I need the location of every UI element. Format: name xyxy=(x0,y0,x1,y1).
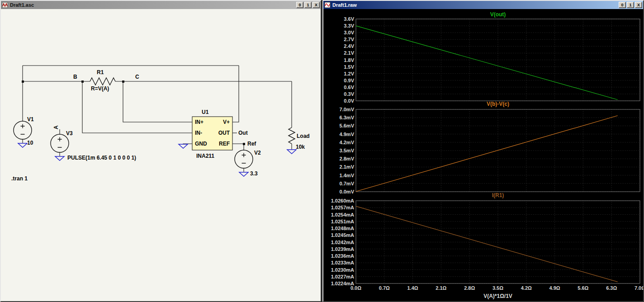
waveform-plot[interactable]: 0.0V0.3V0.6V0.9V1.2V1.5V1.8V2.1V2.4V2.7V… xyxy=(323,9,643,301)
y-tick-label: 0.3V xyxy=(344,91,354,97)
schematic-titlebar[interactable]: Draft1.asc 0 1 X xyxy=(1,1,321,9)
y-tick-label: 1.0251mA xyxy=(331,219,354,224)
y-tick-label: 1.0230mA xyxy=(331,267,354,273)
y-tick-label: 2.4V xyxy=(344,43,354,49)
y-tick-label: 5.6mV xyxy=(340,123,355,128)
maximize-button[interactable]: 1 xyxy=(627,2,634,8)
pin-label-ref: REF xyxy=(219,141,230,147)
y-tick-label: 3.0V xyxy=(344,30,354,35)
x-tick-label: 0.7Ω xyxy=(379,285,390,291)
waveform-doc-icon xyxy=(324,2,331,8)
y-tick-label: 1.0260mA xyxy=(331,198,354,203)
plot-pane[interactable]: 0.0V0.3V0.6V0.9V1.2V1.5V1.8V2.1V2.4V2.7V… xyxy=(344,11,640,104)
x-tick-label: 7.0Ω xyxy=(635,285,643,291)
ground-symbol-v3[interactable] xyxy=(55,156,64,160)
y-tick-label: 1.0248mA xyxy=(331,226,354,231)
y-tick-label: 1.2V xyxy=(344,71,354,76)
x-tick-label: 5.6Ω xyxy=(578,285,588,291)
pin-label-inn: IN- xyxy=(195,130,202,136)
y-tick-label: 6.3mV xyxy=(340,115,355,120)
y-tick-label: 1.0242mA xyxy=(331,240,354,245)
waveform-window-title: Draft1.raw xyxy=(332,2,617,8)
y-tick-label: 2.7V xyxy=(344,37,354,42)
y-tick-label: 7.0mV xyxy=(340,107,355,112)
trace-line xyxy=(356,206,618,282)
x-tick-label: 3.5Ω xyxy=(492,285,503,291)
schematic-doc-icon xyxy=(2,2,8,8)
pin-label-inp: IN+ xyxy=(195,119,204,125)
resistor-r1[interactable]: R1 R=V(A) xyxy=(90,69,115,92)
x-tick-label: 4.2Ω xyxy=(521,285,532,291)
minimize-button[interactable]: 0 xyxy=(296,2,303,8)
y-tick-label: 1.0245mA xyxy=(331,232,354,238)
waveform-window: Draft1.raw 0 1 X 0.0V0.3V0.6V0.9V1.2V1.5… xyxy=(322,0,644,302)
waveform-canvas[interactable]: 0.0V0.3V0.6V0.9V1.2V1.5V1.8V2.1V2.4V2.7V… xyxy=(323,9,643,301)
x-tick-label: 4.9Ω xyxy=(549,285,560,291)
plot-pane[interactable]: 1.0224mA1.0227mA1.0230mA1.0233mA1.0236mA… xyxy=(331,192,640,286)
y-tick-label: 2.1mV xyxy=(340,164,355,170)
load-name-label: Load xyxy=(297,133,310,139)
y-tick-label: 3.5mV xyxy=(340,148,355,153)
waveform-titlebar[interactable]: Draft1.raw 0 1 X xyxy=(323,1,643,9)
net-label-out: Out xyxy=(238,130,248,136)
close-button[interactable]: X xyxy=(635,2,642,8)
y-tick-label: 0.0V xyxy=(344,98,354,104)
v2-name-label: V2 xyxy=(254,150,261,156)
u1-name-label: U1 xyxy=(202,109,209,115)
plot-pane[interactable]: 0.0mV0.7mV1.4mV2.1mV2.8mV3.5mV4.2mV4.9mV… xyxy=(340,101,640,194)
pin-label-gnd: GND xyxy=(195,141,207,147)
schematic-canvas[interactable]: R1 R=V(A) B C V1 10 xyxy=(1,9,321,301)
x-tick-label: 2.8Ω xyxy=(464,285,475,291)
r1-name-label: R1 xyxy=(97,69,104,76)
trace-line xyxy=(356,26,618,99)
close-button[interactable]: X xyxy=(313,2,320,8)
y-tick-label: 1.5V xyxy=(344,64,354,70)
y-tick-label: 0.9V xyxy=(344,78,354,83)
resistor-load[interactable]: Load 10k xyxy=(289,127,310,150)
ltspice-app: Draft1.asc 0 1 X xyxy=(0,0,644,302)
net-label-ref: Ref xyxy=(247,141,256,147)
pin-label-out: OUT xyxy=(218,130,230,136)
trace-line xyxy=(356,116,618,192)
v3-name-label: V3 xyxy=(66,130,73,137)
x-axis-label[interactable]: V(A)*1Ω/1V xyxy=(483,293,512,299)
y-tick-label: 1.8V xyxy=(344,57,354,63)
x-tick-label: 1.4Ω xyxy=(407,285,418,291)
trace-title[interactable]: V(out) xyxy=(490,11,506,18)
ground-symbol-load[interactable] xyxy=(287,150,296,154)
ground-symbol-v1[interactable] xyxy=(18,143,27,147)
x-tick-label: 6.3Ω xyxy=(606,285,617,291)
r1-value-label: R=V(A) xyxy=(91,85,109,92)
y-tick-label: 0.6V xyxy=(344,85,354,90)
y-tick-label: 0.7mV xyxy=(340,181,355,186)
spice-directive[interactable]: .tran 1 xyxy=(11,175,28,182)
y-tick-label: 1.0239mA xyxy=(331,246,354,252)
u1-part-label: INA211 xyxy=(196,153,214,159)
voltage-source-v1[interactable]: V1 10 xyxy=(14,116,34,146)
ground-symbol-u1[interactable] xyxy=(179,144,188,148)
y-tick-label: 1.4mV xyxy=(340,173,355,178)
ground-symbol-v2[interactable] xyxy=(239,172,248,176)
load-value-label: 10k xyxy=(296,144,305,150)
net-label-c: C xyxy=(135,74,139,80)
amplifier-u1[interactable]: IN+ IN- GND V+ OUT REF U1 INA211 xyxy=(192,109,232,159)
y-tick-label: 1.0236mA xyxy=(331,253,354,259)
v1-name-label: V1 xyxy=(27,116,34,123)
v2-value-label: 3.3 xyxy=(250,170,258,177)
y-tick-label: 4.9mV xyxy=(340,132,355,137)
schematic-window-title: Draft1.asc xyxy=(10,2,294,8)
wires[interactable] xyxy=(23,66,292,150)
y-tick-label: 3.6V xyxy=(344,16,354,22)
y-tick-label: 0.0mV xyxy=(340,189,355,194)
voltage-source-v3[interactable]: A V3 PULSE(1m 6.45 0 1 0 0 0 1) xyxy=(51,125,136,161)
x-tick-label: 0.0Ω xyxy=(350,285,361,291)
trace-title[interactable]: V(b)-V(c) xyxy=(487,101,509,107)
maximize-button[interactable]: 1 xyxy=(304,2,312,8)
minimize-button[interactable]: 0 xyxy=(619,2,626,8)
y-tick-label: 2.1V xyxy=(344,50,354,56)
trace-title[interactable]: I(R1) xyxy=(492,192,504,198)
y-tick-label: 1.0254mA xyxy=(331,212,354,217)
y-tick-label: 1.0257mA xyxy=(331,205,354,210)
schematic-window: Draft1.asc 0 1 X xyxy=(0,0,322,302)
y-tick-label: 4.2mV xyxy=(340,140,355,145)
